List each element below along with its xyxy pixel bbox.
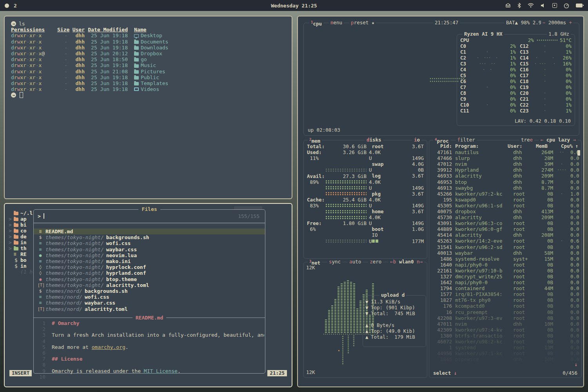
wifi-icon[interactable] bbox=[528, 3, 534, 8]
process-row[interactable]: 16rcu_preemptroot0B0.0 bbox=[432, 309, 578, 315]
select-button[interactable]: select ↓ bbox=[433, 370, 457, 376]
process-row[interactable]: 46933alacrittydhh209M0.0 bbox=[432, 173, 578, 179]
user: dhh bbox=[67, 62, 85, 68]
tab-cpu[interactable]: 1cpu bbox=[309, 20, 323, 27]
process-row[interactable]: 1380btrfs-transactioroot0B0.0 bbox=[432, 333, 578, 339]
tab-mem[interactable]: 2mem bbox=[308, 137, 322, 144]
files-picker[interactable]: Files > 155/155 ≣README.md$themes/tokyo-… bbox=[33, 209, 265, 374]
process-row[interactable]: 31541kworker/u96:2-sdroot0B0.0 bbox=[432, 244, 578, 250]
volume-icon[interactable] bbox=[541, 3, 546, 8]
permissions: drwxr-xr-x bbox=[11, 62, 57, 68]
scroll-down-arrow[interactable]: ↓ bbox=[574, 361, 577, 367]
process-row[interactable]: 43091kworker/u96:3-coroot0B0.0 bbox=[432, 220, 578, 226]
process-row[interactable]: 1794containerdroot44M0.0 bbox=[432, 285, 578, 291]
process-row[interactable]: 40013waybardhh58M0.0 bbox=[432, 250, 578, 256]
process-row[interactable]: 45263kworker/14:2-everoot0B·0.6 bbox=[432, 238, 578, 244]
process-row[interactable]: 42309kworker/u97:4-kvroot0B0.0 bbox=[432, 327, 578, 333]
process-row[interactable]: 45266kworker/u97:2-kcroot0B·1.0 bbox=[432, 191, 578, 197]
process-row[interactable]: 22161kworker/u97:10-broot0B0.0 bbox=[432, 268, 578, 274]
process-row[interactable]: 1486systemd-resolvesyst+15M0.0 bbox=[432, 256, 578, 262]
line-text: Omarchy is released under the MIT Licens… bbox=[52, 368, 181, 374]
process-row[interactable]: 44956kworker/u97:1-kcroot0B0.0 bbox=[432, 350, 578, 356]
neovim-window[interactable]: ~/.l>ap>bi>co>de>in>th ≣RE $bo $in (1 h … bbox=[4, 203, 292, 387]
net-down-bar bbox=[331, 305, 333, 333]
process-row[interactable]: 39912Hyprlanddhh274M····0.0 bbox=[432, 167, 578, 173]
picker-item[interactable]: ≡themes/tokyo-night/mako.ini bbox=[34, 258, 265, 264]
process-row[interactable]: 176kcompactd0root0B0.0 bbox=[432, 303, 578, 309]
net-zero-button[interactable]: zero bbox=[368, 259, 383, 266]
preset-button[interactable]: preset ★ bbox=[349, 20, 376, 27]
tree-label: th bbox=[20, 245, 27, 251]
picker-item[interactable]: ≡themes/tokyo-night/wofi.css bbox=[34, 240, 265, 246]
picker-item[interactable]: [T]themes/tokyo-night/alacritty.toml bbox=[34, 282, 265, 288]
net-auto-button[interactable]: auto bbox=[348, 259, 363, 266]
gauge-icon[interactable] bbox=[564, 3, 569, 8]
permissions: drwxr-xr-x bbox=[11, 45, 57, 51]
process-row[interactable]: 47011nvimdhh10M0.0 bbox=[432, 321, 578, 327]
picker-item[interactable]: ≡themes/nord/waybar.css bbox=[34, 300, 265, 306]
refresh-interval[interactable]: − 2000ms + bbox=[541, 20, 573, 25]
tree-label: de bbox=[20, 234, 27, 240]
bluetooth-icon[interactable] bbox=[517, 3, 521, 8]
package-icon[interactable] bbox=[505, 3, 511, 8]
process-row[interactable]: 45730alacrittydhh209M0.0 bbox=[432, 214, 578, 220]
mem-line bbox=[307, 167, 367, 173]
btop-window[interactable]: 1cpu menu preset ★ 21:25:47 BAT▲ 98% 2.9… bbox=[297, 16, 584, 387]
mem-line: 83% bbox=[307, 203, 367, 209]
net-iface-switcher[interactable]: ←b wlan0 n→ bbox=[388, 259, 424, 266]
menu-button[interactable]: menu bbox=[329, 20, 344, 27]
process-row[interactable]: 47161nautilusdhh264M··0.0 bbox=[432, 149, 578, 155]
picker-item[interactable]: ◉themes/tokyo-night/btop.theme bbox=[34, 276, 265, 282]
picker-item[interactable]: ◊themes/tokyo-night/hyprlock.conf bbox=[34, 264, 265, 270]
process-row[interactable]: 1827mt76-tx phy0root0B0.0 bbox=[432, 297, 578, 303]
picker-item[interactable]: ≣README.md bbox=[34, 229, 265, 234]
picker-item[interactable]: [T]themes/nord/alacritty.toml bbox=[34, 306, 265, 312]
preview-line: 8 bbox=[34, 362, 264, 368]
process-row[interactable]: 1327dmcrypt_write/25root0B0.0 bbox=[432, 274, 578, 279]
process-row[interactable]: 195kswapd0root0B0.0 bbox=[432, 197, 578, 203]
process-row[interactable]: 1640napi/phy0-0root0B0.0 bbox=[432, 262, 578, 268]
tree-label: co bbox=[20, 228, 27, 234]
process-row[interactable]: 40075dropboxdhh413M0.0 bbox=[432, 209, 578, 214]
process-row[interactable]: 47466slurpdhh28M0.0 bbox=[432, 155, 578, 161]
picker-item[interactable]: $themes/nord/backgrounds.sh bbox=[34, 288, 265, 294]
process-row[interactable]: 46953btopdhh8.7M0.0 bbox=[432, 179, 578, 185]
disk-stats: root3.6T4.0KU149G swap4.0GU0B log3.6T4.0… bbox=[369, 143, 424, 244]
process-row[interactable]: 47012nvimdhh39M·0.0 bbox=[432, 161, 578, 167]
process-row[interactable]: 45305kworker/u96:1-sdroot0B0.0 bbox=[432, 203, 578, 209]
process-row[interactable]: 46913swaybgdhh8.7M0.0 bbox=[432, 185, 578, 191]
prompt-arrow-icon: → bbox=[11, 21, 16, 26]
picker-item[interactable]: ≡themes/nord/wofi.css bbox=[34, 294, 265, 300]
terminal-window[interactable]: → ls Permissions Size User Date Modified… bbox=[4, 16, 292, 199]
net-sync-button[interactable]: sync bbox=[327, 259, 342, 266]
proc-sort-nav[interactable]: ← cpu lazy → bbox=[539, 137, 577, 143]
item-dir: themes/nord/ bbox=[45, 306, 82, 312]
picker-item[interactable]: ≡themes/tokyo-night/waybar.css bbox=[34, 247, 265, 252]
process-row[interactable]: 1642napi/phy0-0root0B0.0 bbox=[432, 279, 578, 285]
file-row: drwxr-xr-x-dhh25 Jun 21:08Pictures bbox=[11, 69, 285, 74]
proc-scrollbar[interactable] bbox=[577, 150, 580, 156]
mem-box: 2mem disks io Total:30.6 GiBUsed:3.26 Gi… bbox=[303, 140, 427, 259]
process-row[interactable]: 46072kworker/u98:2-kcroot0B0.0 bbox=[432, 339, 578, 345]
picker-prompt[interactable]: > bbox=[38, 213, 261, 219]
proc-column-headers[interactable]: Pid: Program: User: MemB Cpu% ↑ bbox=[432, 143, 578, 149]
picker-item[interactable]: $themes/tokyo-night/backgrounds.sh bbox=[34, 234, 265, 240]
folder-icon bbox=[134, 58, 139, 62]
disks-title[interactable]: disks bbox=[365, 137, 383, 143]
prompt-line-empty[interactable]: → bbox=[11, 92, 285, 98]
process-row[interactable]: 45414alacrittydhh208M0.0 bbox=[432, 232, 578, 238]
line-number: 1 bbox=[34, 320, 45, 326]
picker-item[interactable]: ●themes/tokyo-night/neovim.lua bbox=[34, 252, 265, 258]
process-row[interactable]: 1systemdroot13M0.0 bbox=[432, 345, 578, 350]
chip-icon[interactable] bbox=[552, 3, 557, 8]
process-row[interactable]: 1845pipewiredhh10M0.0 bbox=[432, 356, 578, 362]
film-icon bbox=[134, 87, 139, 91]
process-row[interactable]: 44889kworker/u96:0-gfroot0B0.0 bbox=[432, 226, 578, 232]
picker-item[interactable]: ◊themes/tokyo-night/hyprland.conf bbox=[34, 270, 265, 276]
battery-icon[interactable] bbox=[576, 4, 583, 7]
core-row: C110% bbox=[460, 108, 516, 114]
process-row[interactable]: 42208kworker/u97:3-evroot0B0.0 bbox=[432, 315, 578, 321]
io-toggle[interactable]: io bbox=[412, 137, 421, 143]
proc-tree-toggle[interactable]: tree bbox=[519, 137, 534, 143]
process-row[interactable]: 1577irq/81-PIXA3854:root0B0.0 bbox=[432, 291, 578, 297]
